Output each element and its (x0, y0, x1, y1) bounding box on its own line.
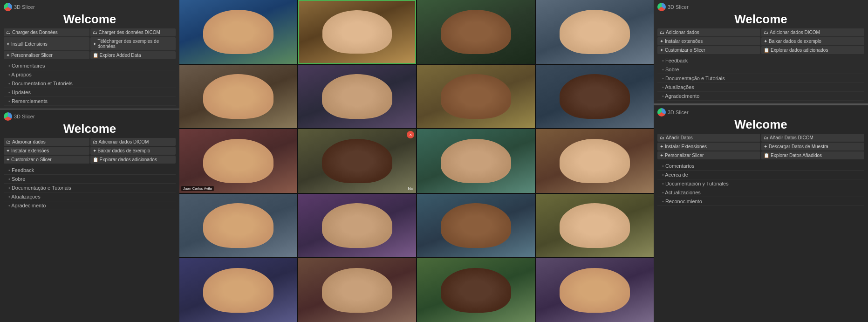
menu-item-updates[interactable]: Updates (4, 88, 176, 97)
welcome-title-french: Welcome (4, 12, 176, 27)
adicionar-dicom-r-button[interactable]: 🗂Adicionar dados DICOM (761, 28, 864, 36)
menu-item-documentacion-es[interactable]: Documentación y Tutoriales (657, 179, 864, 188)
baixar-button[interactable]: ✦Baixar dados de exemplo (90, 147, 176, 155)
instalar-ext-es-button[interactable]: ✦Instalar Extensiones (657, 143, 760, 151)
add-dicom-es-icon: 🗂 (764, 135, 768, 140)
explorar-button[interactable]: 📋Explorar dados adicionados (90, 156, 176, 164)
person-face-8 (560, 74, 630, 119)
menu-item-apropos[interactable]: A propos (4, 70, 176, 79)
portuguese1-welcome-section: 3D Slicer Welcome 🗂Adicionar dados 🗂Adic… (0, 109, 179, 322)
person-face-17 (203, 268, 274, 313)
menu-item-atualizacoes1[interactable]: Atualizações (4, 192, 176, 201)
adicionar-dados-r-button[interactable]: 🗂Adicionar dados (657, 28, 760, 36)
menu-item-acerca-es[interactable]: Acerca de (657, 171, 864, 179)
welcome-title-es: Welcome (657, 117, 864, 132)
anadir-datos-button[interactable]: 🗂Añadir Datos (657, 134, 760, 142)
explore-added-button[interactable]: 📋Explore Added Data (90, 51, 176, 59)
video-cell-7 (417, 65, 535, 129)
menu-item-remerciements[interactable]: Remerciements (4, 97, 176, 106)
descargar-es-button[interactable]: ✦Descargar Datos de Muestra (761, 143, 864, 151)
video-cell-16 (536, 194, 654, 258)
menu-item-sobre1[interactable]: Sobre (4, 175, 176, 184)
slicer-header-pt2: 3D Slicer (657, 3, 864, 11)
personnaliser-button[interactable]: ✦Personnaliser Slicer (4, 51, 89, 59)
video-cell-15 (417, 194, 535, 258)
slicer-header-french: 3D Slicer (4, 3, 176, 11)
menu-item-documentation[interactable]: Documentation et Tutoriels (4, 79, 176, 88)
video-cell-6 (298, 65, 416, 129)
menu-item-feedback-r[interactable]: Feedback (657, 56, 864, 65)
menu-item-commentaires[interactable]: Commentaires (4, 62, 176, 70)
person-face-16 (560, 203, 630, 248)
baixar-icon: ✦ (93, 148, 96, 153)
customizar-button[interactable]: ✦Customizar o Slicer (4, 156, 89, 164)
charger-donnees-button[interactable]: 🗂Charger des Données (4, 28, 89, 36)
person-face-20 (560, 268, 630, 313)
pers-es-icon: ✦ (660, 153, 663, 158)
spanish-section: 3D Slicer Welcome 🗂Añadir Datos 🗂Añadir … (654, 104, 868, 322)
anadir-dicom-button[interactable]: 🗂Añadir Datos DICOM (761, 134, 864, 142)
slicer-label-es: 3D Slicer (668, 110, 689, 115)
video-cell-2 (298, 0, 416, 64)
telecharger-button[interactable]: ✦Télécharger des exemples de données (90, 37, 176, 50)
menu-item-actualizaciones-es[interactable]: Actualizaciones (657, 188, 864, 197)
instalar-ext-button[interactable]: ✦Instalar extensões (4, 147, 89, 155)
charger-dicom-button[interactable]: 🗂Charger des données DICOM (90, 28, 176, 36)
menu-item-atualizacoes-r[interactable]: Atualizações (657, 83, 864, 92)
video-cell-10: ✕ No (298, 129, 416, 193)
person-face-5 (203, 74, 274, 119)
dicom-icon: 🗂 (93, 30, 97, 35)
person-face-9 (203, 139, 274, 184)
explore-icon: 📋 (93, 53, 98, 58)
person-face-4 (560, 10, 630, 55)
person-face-15 (441, 203, 512, 248)
menu-item-documentacao-r[interactable]: Documentação e Tutoriais (657, 74, 864, 83)
personalizar-es-button[interactable]: ✦Personalizar Slicer (657, 151, 760, 159)
menu-item-agradecimento1[interactable]: Agradecimento (4, 201, 176, 210)
install-extensions-button[interactable]: ✦Install Extensions (4, 37, 89, 50)
adicionar-dados-button[interactable]: 🗂Adicionar dados (4, 138, 89, 146)
menu-item-reconocimiento-es[interactable]: Reconocimiento (657, 197, 864, 206)
video-cell-18 (298, 258, 416, 322)
baixar-r-button[interactable]: ✦Baixar dados de exemplo (761, 37, 864, 45)
menu-item-sobre-r[interactable]: Sobre (657, 65, 864, 74)
french-welcome-section: 3D Slicer Welcome 🗂Charger des Données 🗂… (0, 0, 179, 109)
baixar-r-icon: ✦ (764, 39, 767, 44)
person-face-13 (203, 203, 274, 248)
slicer-label-pt2: 3D Slicer (668, 4, 689, 10)
slicer-logo-pt1 (4, 112, 12, 121)
expl-icon: 📋 (93, 157, 98, 162)
video-cell-12 (536, 129, 654, 193)
video-cell-11 (417, 129, 535, 193)
explorar-es-button[interactable]: 📋Explorar Datos Añadidos (761, 151, 864, 159)
slicer-header-es: 3D Slicer (657, 108, 864, 116)
slicer-logo-pt2 (657, 3, 666, 11)
video-cell-19 (417, 258, 535, 322)
slicer-label-french: 3D Slicer (14, 4, 35, 10)
es-button-grid: 🗂Añadir Datos 🗂Añadir Datos DICOM ✦Insta… (657, 134, 864, 159)
explorar-r-button[interactable]: 📋Explorar dados adicionados (761, 46, 864, 54)
person-face-6 (322, 74, 393, 119)
add-dicom-icon: 🗂 (93, 139, 97, 144)
pers-icon: ✦ (6, 53, 10, 58)
person-face-12 (560, 139, 630, 184)
menu-item-agradecimento-r[interactable]: Agradecimento (657, 92, 864, 101)
pt2-button-grid: 🗂Adicionar dados 🗂Adicionar dados DICOM … (657, 28, 864, 54)
add-dicom-r-icon: 🗂 (764, 30, 768, 35)
cust-icon: ✦ (6, 157, 10, 162)
adicionar-dicom-button[interactable]: 🗂Adicionar dados DICOM (90, 138, 176, 146)
menu-item-feedback1[interactable]: Feedback (4, 166, 176, 175)
person-face-2 (322, 10, 392, 54)
instalar-ext-r-button[interactable]: ✦Instalar extensões (657, 37, 760, 45)
cust-r-icon: ✦ (660, 48, 663, 53)
person-face-19 (441, 268, 512, 313)
pt1-menu-list: Feedback Sobre Documentação e Tutoriais … (4, 165, 176, 211)
menu-item-documentacao1[interactable]: Documentação e Tutoriais (4, 184, 176, 192)
menu-item-comentarios-es[interactable]: Comentarios (657, 162, 864, 171)
welcome-title-pt2: Welcome (657, 12, 864, 27)
french-button-grid: 🗂Charger des Données 🗂Charger des donnée… (4, 28, 176, 59)
ext-icon: ✦ (6, 41, 10, 47)
customizar-r-button[interactable]: ✦Customizar o Slicer (657, 46, 760, 54)
slicer-logo-es (657, 108, 666, 116)
charger-icon: 🗂 (6, 30, 11, 35)
